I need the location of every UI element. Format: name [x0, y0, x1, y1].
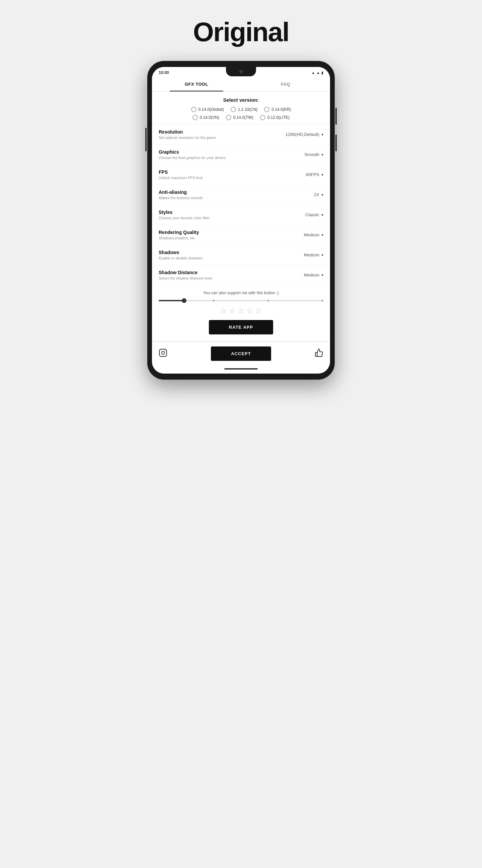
home-indicator-bar: [152, 366, 330, 374]
setting-shadows-desc: Enable or disable shadows: [159, 256, 283, 260]
setting-fps: FPS Unlock maximum FPS limit 60FPS ▾: [152, 165, 330, 185]
setting-styles: Styles Choose your favorite color filter…: [152, 205, 330, 225]
bottom-bar: ACCEPT: [152, 341, 330, 366]
phone-frame: 10:00 ▲ ▲ ▮ GFX TOOL FAQ Select version:: [147, 61, 335, 380]
chevron-down-icon: ▾: [321, 273, 323, 278]
setting-rendering-quality-label: Rendering Quality: [159, 230, 283, 235]
tab-bar: GFX TOOL FAQ: [152, 77, 330, 92]
support-section: You can also support me with this button…: [152, 285, 330, 341]
setting-shadow-distance-label: Shadow Distance: [159, 270, 283, 275]
version-option-vn[interactable]: 0.14.0(VN): [192, 115, 219, 120]
chevron-down-icon: ▾: [321, 192, 323, 197]
setting-graphics: Graphics Choose the best graphics for yo…: [152, 145, 330, 165]
setting-graphics-left: Graphics Choose the best graphics for yo…: [159, 149, 283, 160]
main-content: Select version: 0.14.0(Global) 1.2.10(CN…: [152, 92, 330, 341]
wifi-icon: ▲: [311, 71, 315, 75]
version-section: Select version: 0.14.0(Global) 1.2.10(CN…: [152, 92, 330, 125]
accept-button[interactable]: ACCEPT: [211, 346, 271, 361]
chevron-down-icon: ▾: [321, 232, 323, 237]
setting-styles-value: Classic: [305, 212, 319, 217]
setting-anti-aliasing-dropdown[interactable]: 2X ▾: [283, 192, 323, 197]
page-title: Original: [193, 17, 289, 48]
setting-styles-label: Styles: [159, 210, 283, 215]
chevron-down-icon: ▾: [321, 213, 323, 217]
setting-shadows-left: Shadows Enable or disable shadows: [159, 250, 283, 260]
rate-app-button[interactable]: RATE APP: [209, 320, 273, 334]
setting-rendering-quality-value: Medium: [304, 232, 319, 237]
version-option-kr[interactable]: 0.14.0(KR): [264, 107, 291, 112]
setting-fps-dropdown[interactable]: 60FPS ▾: [283, 172, 323, 177]
version-row-2: 0.14.0(VN) 0.14.0(TW) 0.12.0(LITE): [192, 115, 290, 120]
setting-graphics-dropdown[interactable]: Smooth ▾: [283, 152, 323, 157]
setting-shadow-distance-dropdown[interactable]: Medium ▾: [283, 273, 323, 278]
setting-shadows: Shadows Enable or disable shadows Medium…: [152, 245, 330, 265]
setting-styles-desc: Choose your favorite color filter: [159, 216, 283, 220]
setting-anti-aliasing-desc: Makes the textures smooth: [159, 196, 283, 200]
support-text: You can also support me with this button…: [159, 290, 323, 295]
home-indicator: [224, 368, 258, 370]
tab-faq[interactable]: FAQ: [241, 77, 330, 91]
slider-dots: [159, 300, 323, 302]
chevron-down-icon: ▾: [321, 173, 323, 177]
instagram-icon[interactable]: [159, 348, 167, 359]
setting-anti-aliasing-value: 2X: [314, 192, 319, 197]
setting-graphics-desc: Choose the best graphics for your device: [159, 156, 283, 160]
version-options: 0.14.0(Global) 1.2.10(CN) 0.14.0(KR): [159, 107, 323, 120]
setting-anti-aliasing-left: Anti-aliasing Makes the textures smooth: [159, 189, 283, 200]
setting-shadows-dropdown[interactable]: Medium ▾: [283, 252, 323, 257]
phone-screen: 10:00 ▲ ▲ ▮ GFX TOOL FAQ Select version:: [152, 67, 330, 374]
setting-graphics-label: Graphics: [159, 149, 283, 155]
star-1[interactable]: ☆: [220, 307, 227, 315]
chevron-down-icon: ▾: [321, 152, 323, 157]
radio-tw[interactable]: [226, 115, 231, 120]
tab-gfx-tool[interactable]: GFX TOOL: [152, 77, 241, 91]
setting-shadows-label: Shadows: [159, 250, 283, 255]
version-option-cn[interactable]: 1.2.10(CN): [231, 107, 258, 112]
thumbs-up-icon[interactable]: [315, 348, 323, 359]
setting-shadow-distance-left: Shadow Distance Select the shadow distan…: [159, 270, 283, 280]
radio-vn[interactable]: [192, 115, 198, 120]
version-option-lite[interactable]: 0.12.0(LITE): [260, 115, 290, 120]
slider-dot: [213, 300, 215, 302]
star-5[interactable]: ☆: [255, 307, 262, 315]
signal-icon: ▲: [316, 71, 320, 75]
setting-fps-label: FPS: [159, 169, 283, 175]
star-2[interactable]: ☆: [229, 307, 236, 315]
setting-shadow-distance: Shadow Distance Select the shadow distan…: [152, 265, 330, 285]
setting-resolution: Resolution Set optimal resolution for th…: [152, 125, 330, 145]
slider-dot: [267, 300, 269, 302]
camera: [239, 70, 243, 73]
version-row-1: 0.14.0(Global) 1.2.10(CN) 0.14.0(KR): [191, 107, 291, 112]
volume-left-button: [145, 128, 147, 151]
status-icons: ▲ ▲ ▮: [311, 71, 323, 75]
status-time: 10:00: [159, 70, 169, 75]
setting-shadow-distance-value: Medium: [304, 273, 319, 278]
svg-rect-0: [159, 349, 167, 356]
radio-lite[interactable]: [260, 115, 265, 120]
svg-point-2: [165, 350, 165, 351]
chevron-down-icon: ▾: [321, 253, 323, 257]
version-option-global[interactable]: 0.14.0(Global): [191, 107, 224, 112]
version-option-tw[interactable]: 0.14.0(TW): [226, 115, 253, 120]
setting-resolution-dropdown[interactable]: 1280(HD,Default) ▾: [283, 132, 323, 137]
volume-button: [335, 134, 337, 151]
radio-global[interactable]: [191, 107, 196, 112]
setting-styles-left: Styles Choose your favorite color filter: [159, 210, 283, 220]
star-3[interactable]: ☆: [238, 307, 244, 315]
power-button: [335, 108, 337, 125]
svg-point-1: [162, 351, 165, 354]
version-title: Select version:: [159, 97, 323, 103]
setting-fps-left: FPS Unlock maximum FPS limit: [159, 169, 283, 180]
radio-kr[interactable]: [264, 107, 269, 112]
slider-track[interactable]: [159, 300, 323, 301]
setting-shadow-distance-desc: Select the shadow distance level: [159, 276, 283, 280]
setting-rendering-quality-desc: Shadows,shaders, etc: [159, 236, 283, 240]
setting-resolution-desc: Set optimal resolution for the game: [159, 135, 283, 140]
star-rating[interactable]: ☆ ☆ ☆ ☆ ☆: [159, 307, 323, 315]
setting-rendering-quality-dropdown[interactable]: Medium ▾: [283, 232, 323, 237]
star-4[interactable]: ☆: [246, 307, 253, 315]
radio-cn[interactable]: [231, 107, 236, 112]
setting-styles-dropdown[interactable]: Classic ▾: [283, 212, 323, 217]
setting-fps-value: 60FPS: [306, 172, 319, 177]
setting-fps-desc: Unlock maximum FPS limit: [159, 176, 283, 180]
